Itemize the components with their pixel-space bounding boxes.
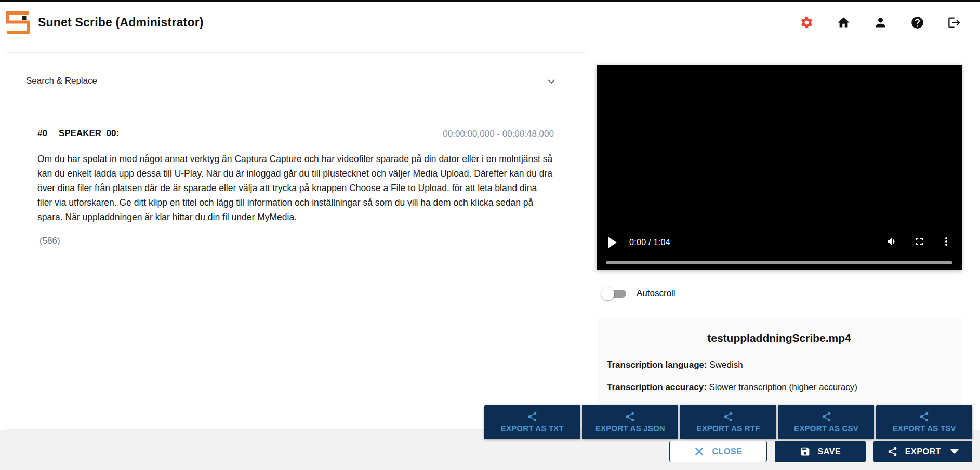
save-button[interactable]: SAVE [775, 441, 866, 462]
autoscroll-toggle[interactable] [601, 286, 628, 301]
app-header: Sunet Scribe (Administrator) [0, 2, 980, 44]
header-icon-bar [800, 16, 961, 30]
export-as-json-label: EXPORT AS JSON [595, 424, 665, 433]
transcription-accuracy-row: Transcription accuracy: Slower transcrip… [607, 382, 857, 393]
app-window: Sunet Scribe (Administrator) Search & Re… [0, 0, 980, 470]
account-person-icon[interactable] [873, 16, 888, 30]
fullscreen-icon[interactable] [913, 235, 925, 250]
segment-text[interactable]: Om du har spelat in med något annat verk… [37, 152, 553, 224]
segment-char-count: (586) [39, 236, 60, 246]
segment-index: #0 [37, 128, 47, 139]
help-icon[interactable] [910, 16, 924, 30]
transcription-accuracy-label: Transcription accuracy: [607, 382, 707, 392]
transcription-accuracy-value: Slower transcription (higher accuracy) [707, 382, 857, 392]
close-x-icon [694, 446, 705, 457]
settings-gear-icon[interactable] [800, 16, 814, 30]
segment-speaker[interactable]: SPEAKER_00: [59, 128, 119, 139]
search-replace-label: Search & Replace [26, 76, 97, 86]
export-as-tsv-label: EXPORT AS TSV [893, 424, 956, 433]
segment-timestamp: 00:00:00,000 - 00:00:48,000 [443, 129, 554, 139]
play-icon[interactable] [608, 237, 617, 248]
video-controls-right [886, 235, 952, 250]
video-controls-bar: 0:00 / 1:04 [597, 235, 962, 250]
segment-header: #0 SPEAKER_00: [37, 128, 119, 139]
video-time-display: 0:00 / 1:04 [629, 238, 670, 247]
export-menu: EXPORT AS TXT EXPORT AS JSON EXPORT AS R… [484, 405, 972, 439]
autoscroll-row: Autoscroll [601, 286, 676, 301]
export-as-csv-label: EXPORT AS CSV [794, 424, 858, 433]
home-icon[interactable] [837, 16, 851, 30]
caret-down-icon [950, 449, 959, 454]
page-title: Sunet Scribe (Administrator) [38, 16, 204, 30]
video-progress-bar[interactable] [606, 261, 952, 264]
export-button[interactable]: EXPORT [873, 441, 972, 462]
autoscroll-label: Autoscroll [637, 288, 676, 299]
export-as-rtf-button[interactable]: EXPORT AS RTF [680, 405, 776, 439]
transcript-panel: Search & Replace #0 SPEAKER_00: 00:00:00… [5, 52, 586, 430]
toggle-knob[interactable] [601, 287, 614, 300]
close-button[interactable]: CLOSE [669, 441, 767, 462]
share-icon [887, 446, 898, 457]
export-as-rtf-label: EXPORT AS RTF [696, 424, 760, 433]
video-player[interactable]: 0:00 / 1:04 [597, 65, 962, 270]
export-as-json-button[interactable]: EXPORT AS JSON [582, 405, 679, 439]
export-button-label: EXPORT [905, 447, 941, 456]
filename: testuppladdningScribe.mp4 [597, 332, 962, 344]
close-button-label: CLOSE [712, 447, 742, 456]
sunet-logo-icon [6, 11, 31, 35]
transcription-language-row: Transcription language: Swedish [607, 360, 743, 370]
volume-icon[interactable] [886, 235, 898, 250]
chevron-down-icon[interactable] [545, 75, 558, 88]
export-as-tsv-button[interactable]: EXPORT AS TSV [876, 405, 972, 439]
export-as-csv-button[interactable]: EXPORT AS CSV [778, 405, 875, 439]
action-button-row: CLOSE SAVE EXPORT [0, 441, 980, 462]
transcription-language-label: Transcription language: [607, 360, 707, 370]
transcription-language-value: Swedish [707, 360, 743, 370]
save-floppy-icon [800, 446, 811, 457]
export-as-txt-label: EXPORT AS TXT [501, 424, 564, 433]
kebab-menu-icon[interactable] [940, 235, 952, 250]
export-as-txt-button[interactable]: EXPORT AS TXT [484, 405, 580, 439]
search-replace-accordion[interactable]: Search & Replace [5, 74, 586, 90]
save-button-label: SAVE [818, 447, 841, 456]
logout-icon[interactable] [947, 16, 961, 30]
